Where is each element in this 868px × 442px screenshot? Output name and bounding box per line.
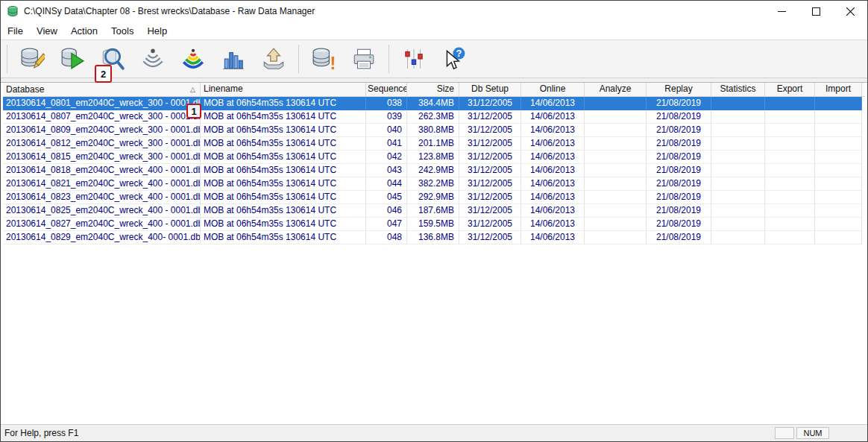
table-row[interactable]: 20130614_0829_em2040C_wreck_400- 0001.db… bbox=[3, 231, 865, 244]
cell-analyze bbox=[585, 151, 647, 164]
column-header-online[interactable]: Online bbox=[521, 83, 585, 96]
cell-sequence: 041 bbox=[366, 137, 407, 151]
column-label: Size bbox=[437, 83, 454, 94]
view-options-button[interactable] bbox=[397, 43, 430, 75]
close-button[interactable] bbox=[833, 1, 867, 22]
cell-replay: 21/08/2019 bbox=[647, 231, 711, 244]
column-header-import[interactable]: Import bbox=[815, 83, 862, 96]
cell-sequence: 044 bbox=[366, 177, 407, 191]
cell-database: 20130614_0829_em2040C_wreck_400- 0001.db bbox=[3, 231, 201, 244]
minimize-button[interactable] bbox=[764, 1, 799, 22]
table-row[interactable]: 20130614_0801_em2040C_wreck_300 - 0001.d… bbox=[3, 97, 865, 110]
column-header-db-setup[interactable]: Db Setup bbox=[459, 83, 521, 96]
cell-statistics bbox=[711, 97, 765, 110]
cell-statistics bbox=[711, 137, 765, 151]
view-options-icon bbox=[401, 46, 427, 72]
cell-size: 242.9MB bbox=[407, 164, 459, 177]
cell-replay: 21/08/2019 bbox=[647, 97, 711, 110]
table-row[interactable]: 20130614_0807_em2040C_wreck_300 - 0001.d… bbox=[3, 110, 865, 124]
table-row[interactable]: 20130614_0812_em2040C_wreck_300 - 0001.d… bbox=[3, 137, 865, 151]
cell-statistics bbox=[711, 164, 765, 177]
column-header-linename[interactable]: Linename bbox=[201, 83, 366, 96]
cell-database: 20130614_0812_em2040C_wreck_300 - 0001.d… bbox=[3, 137, 201, 151]
cell-analyze bbox=[585, 218, 647, 231]
table-row[interactable]: 20130614_0821_em2040C_wreck_400 - 0001.d… bbox=[3, 177, 865, 191]
cell-export bbox=[765, 231, 815, 244]
column-header-analyze[interactable]: Analyze bbox=[585, 83, 647, 96]
callout-step-1: 1 bbox=[186, 104, 201, 119]
cell-export bbox=[765, 177, 815, 191]
table-row[interactable]: 20130614_0825_em2040C_wreck_400 - 0001.d… bbox=[3, 204, 865, 218]
column-label: Linename bbox=[204, 83, 243, 94]
database-properties-button[interactable]: ! bbox=[307, 43, 340, 75]
menu-tools[interactable]: Tools bbox=[104, 23, 140, 39]
menu-action[interactable]: Action bbox=[64, 23, 104, 39]
cell-import bbox=[815, 151, 862, 164]
cell-db-setup: 31/12/2005 bbox=[459, 151, 521, 164]
column-header-replay[interactable]: Replay bbox=[647, 83, 711, 96]
cell-import bbox=[815, 191, 862, 204]
status-pane-num: NUM bbox=[796, 427, 829, 439]
toolbar: ! ? bbox=[1, 40, 867, 78]
edit-database-icon bbox=[19, 46, 45, 72]
cell-replay: 21/08/2019 bbox=[647, 191, 711, 204]
menu-file[interactable]: File bbox=[1, 23, 30, 39]
cell-analyze bbox=[585, 231, 647, 244]
cell-online: 14/06/2013 bbox=[521, 151, 585, 164]
print-button[interactable] bbox=[347, 43, 380, 75]
column-header-database[interactable]: Database△ bbox=[3, 83, 201, 96]
cell-sequence: 045 bbox=[366, 191, 407, 204]
export-data-button[interactable] bbox=[257, 43, 290, 75]
table-row[interactable]: 20130614_0827_em2040C_wreck_400 - 0001.d… bbox=[3, 218, 865, 231]
cell-database: 20130614_0821_em2040C_wreck_400 - 0001.d… bbox=[3, 177, 201, 191]
echo-sounder-button[interactable] bbox=[136, 43, 169, 75]
svg-text:?: ? bbox=[456, 48, 462, 59]
cell-replay: 21/08/2019 bbox=[647, 164, 711, 177]
cell-linename: MOB at 06h54m35s 130614 UTC bbox=[201, 137, 366, 151]
replay-database-button[interactable] bbox=[56, 43, 89, 75]
cell-linename: MOB at 06h54m35s 130614 UTC bbox=[201, 218, 366, 231]
maximize-icon bbox=[812, 7, 820, 16]
menu-view[interactable]: View bbox=[30, 23, 64, 39]
cell-replay: 21/08/2019 bbox=[647, 177, 711, 191]
cell-export bbox=[765, 137, 815, 151]
column-header-size[interactable]: Size bbox=[407, 83, 459, 96]
column-label: Replay bbox=[664, 83, 692, 94]
cell-size: 159.5MB bbox=[407, 218, 459, 231]
cell-statistics bbox=[711, 124, 765, 137]
multibeam-coverage-button[interactable] bbox=[177, 43, 210, 75]
cell-size: 262.3MB bbox=[407, 110, 459, 124]
column-header-sequence[interactable]: Sequence bbox=[366, 83, 407, 96]
cell-import bbox=[815, 204, 862, 218]
cell-replay: 21/08/2019 bbox=[647, 151, 711, 164]
cell-import bbox=[815, 137, 862, 151]
cell-online: 14/06/2013 bbox=[521, 124, 585, 137]
cell-database: 20130614_0809_em2040C_wreck_300 - 0001.d… bbox=[3, 124, 201, 137]
column-header-export[interactable]: Export bbox=[765, 83, 815, 96]
maximize-button[interactable] bbox=[799, 1, 833, 22]
table-row[interactable]: 20130614_0815_em2040C_wreck_300 - 0001.d… bbox=[3, 151, 865, 164]
print-icon bbox=[351, 46, 377, 72]
cell-db-setup: 31/12/2005 bbox=[459, 164, 521, 177]
table-body: 20130614_0801_em2040C_wreck_300 - 0001.d… bbox=[3, 97, 865, 244]
column-header-statistics[interactable]: Statistics bbox=[711, 83, 765, 96]
cell-replay: 21/08/2019 bbox=[647, 204, 711, 218]
statistics-button[interactable] bbox=[217, 43, 250, 75]
table-row[interactable]: 20130614_0818_em2040C_wreck_400 - 0001.d… bbox=[3, 164, 865, 177]
context-help-button[interactable]: ? bbox=[438, 43, 471, 75]
cell-linename: MOB at 06h54m35s 130614 UTC bbox=[201, 110, 366, 124]
cell-export bbox=[765, 110, 815, 124]
cell-online: 14/06/2013 bbox=[521, 231, 585, 244]
cell-import bbox=[815, 124, 862, 137]
table-row[interactable]: 20130614_0823_em2040C_wreck_400 - 0001.d… bbox=[3, 191, 865, 204]
column-label: Sequence bbox=[368, 83, 407, 94]
table-row[interactable]: 20130614_0809_em2040C_wreck_300 - 0001.d… bbox=[3, 124, 865, 137]
cell-linename: MOB at 06h54m35s 130614 UTC bbox=[201, 231, 366, 244]
cell-export bbox=[765, 218, 815, 231]
cell-statistics bbox=[711, 231, 765, 244]
table-header: Database△LinenameSequenceSizeDb SetupOnl… bbox=[3, 83, 865, 97]
menu-help[interactable]: Help bbox=[140, 23, 174, 39]
cell-export bbox=[765, 97, 815, 110]
cell-analyze bbox=[585, 124, 647, 137]
edit-database-button[interactable] bbox=[16, 43, 48, 75]
